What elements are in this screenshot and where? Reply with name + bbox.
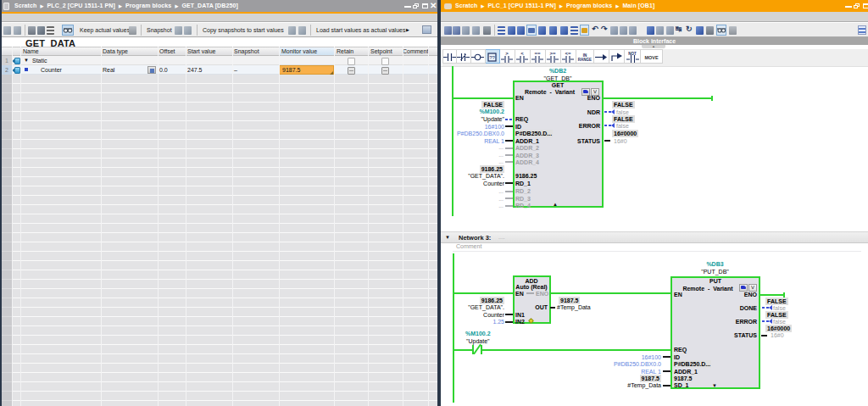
svg-text:>=: >= [549, 51, 556, 56]
svg-text:==: == [534, 51, 541, 56]
svg-text:<: < [520, 51, 524, 56]
svg-text:>: > [505, 51, 509, 56]
svg-text:<=: <= [565, 51, 571, 56]
svg-text:??: ?? [489, 55, 495, 60]
